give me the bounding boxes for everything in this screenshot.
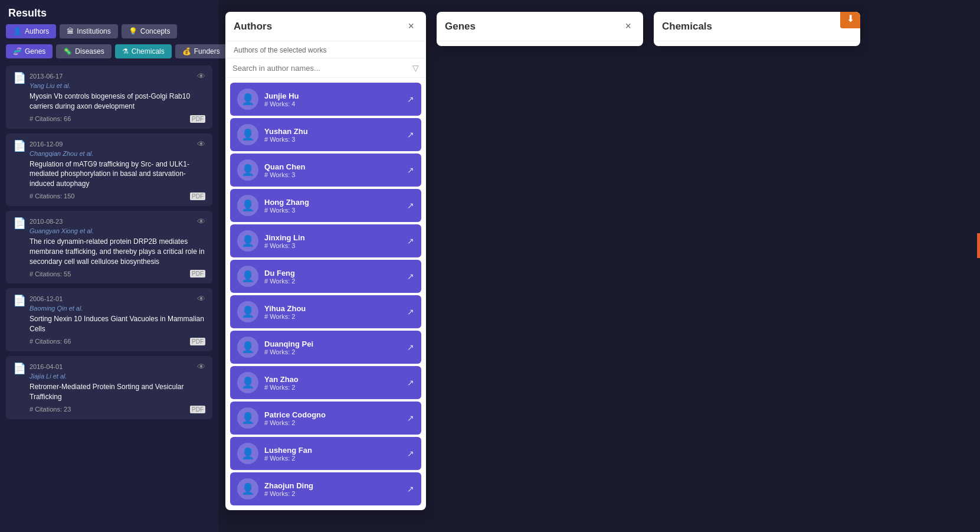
- authors-search-container: ▽: [225, 58, 426, 78]
- author-item[interactable]: 👤 Jinxing Lin # Works: 3 ↗: [230, 224, 421, 257]
- result-card[interactable]: 📄 2006-12-01 👁 Baoming Qin et al. Sortin…: [6, 288, 212, 351]
- author-works: # Works: 2: [264, 278, 295, 285]
- author-avatar: 👤: [237, 230, 258, 252]
- author-avatar: 👤: [237, 159, 258, 181]
- filter-genes[interactable]: 🧬 Genes: [6, 44, 53, 58]
- author-name: Quan Chen: [264, 162, 305, 171]
- external-link-icon[interactable]: ↗: [407, 307, 414, 316]
- doc-icon: 📄: [13, 139, 26, 152]
- external-link-icon[interactable]: ↗: [407, 449, 414, 458]
- authors-panel-close[interactable]: ×: [404, 19, 418, 34]
- author-item-left: 👤 Duanqing Pei # Works: 2: [237, 337, 313, 358]
- external-link-icon[interactable]: ↗: [407, 484, 414, 494]
- external-link-icon[interactable]: ↗: [407, 413, 414, 423]
- result-author: Changqian Zhou et al.: [30, 150, 205, 157]
- result-card[interactable]: 📄 2016-12-09 👁 Changqian Zhou et al. Reg…: [6, 133, 212, 206]
- author-name: Duanqing Pei: [264, 340, 313, 348]
- doc-icon: 📄: [13, 71, 26, 84]
- pdf-icon: PDF: [190, 406, 205, 413]
- author-name: Yihua Zhou: [264, 304, 306, 313]
- result-title: Sorting Nexin 10 Induces Giant Vacuoles …: [30, 314, 205, 334]
- external-link-icon[interactable]: ↗: [407, 165, 414, 175]
- pdf-icon: PDF: [190, 270, 205, 278]
- author-info: Jinxing Lin # Works: 3: [264, 233, 305, 249]
- author-item[interactable]: 👤 Junjie Hu # Works: 4 ↗: [230, 83, 421, 116]
- eye-icon: 👁: [197, 294, 205, 303]
- author-works: # Works: 3: [264, 171, 305, 178]
- result-citations-count: # Citations: 55: [30, 270, 71, 278]
- result-card[interactable]: 📄 2016-04-01 👁 Jiajia Li et al. Retromer…: [6, 356, 212, 419]
- genes-list: [437, 41, 643, 46]
- results-title: Results: [0, 0, 218, 24]
- external-link-icon[interactable]: ↗: [407, 272, 414, 281]
- author-info: Yan Zhao # Works: 2: [264, 375, 299, 391]
- authors-panel-title: Authors: [234, 21, 272, 32]
- result-citations-count: # Citations: 23: [30, 406, 71, 413]
- author-item[interactable]: 👤 Quan Chen # Works: 3 ↗: [230, 154, 421, 187]
- author-item[interactable]: 👤 Duanqing Pei # Works: 2 ↗: [230, 331, 421, 364]
- authors-search-input[interactable]: [232, 64, 409, 73]
- author-item-left: 👤 Hong Zhang # Works: 3: [237, 195, 309, 216]
- author-works: # Works: 2: [264, 419, 326, 426]
- external-link-icon[interactable]: ↗: [407, 130, 414, 139]
- result-title: Regulation of mATG9 trafficking by Src- …: [30, 159, 205, 189]
- author-avatar: 👤: [237, 266, 258, 287]
- filter-authors[interactable]: 👤 Authors: [6, 24, 56, 38]
- author-info: Yihua Zhou # Works: 2: [264, 304, 306, 320]
- result-citations-count: # Citations: 150: [30, 192, 74, 200]
- author-name: Patrice Codogno: [264, 410, 326, 419]
- result-author: Yang Liu et al.: [30, 82, 205, 89]
- author-works: # Works: 2: [264, 313, 306, 320]
- external-link-icon[interactable]: ↗: [407, 378, 414, 387]
- author-item[interactable]: 👤 Patrice Codogno # Works: 2 ↗: [230, 402, 421, 435]
- result-card[interactable]: 📄 2010-08-23 👁 Guangyan Xiong et al. The…: [6, 211, 212, 283]
- author-name: Du Feng: [264, 269, 295, 278]
- doc-icon: 📄: [13, 217, 26, 230]
- author-item[interactable]: 👤 Yihua Zhou # Works: 2 ↗: [230, 295, 421, 328]
- pdf-icon: PDF: [190, 338, 205, 345]
- result-title: Retromer-Mediated Protein Sorting and Ve…: [30, 382, 205, 402]
- genes-panel-header: Genes ×: [437, 12, 643, 41]
- author-item-left: 👤 Zhaojun Ding # Works: 2: [237, 478, 313, 500]
- eye-icon: 👁: [197, 139, 205, 149]
- author-avatar: 👤: [237, 301, 258, 322]
- external-link-icon[interactable]: ↗: [407, 201, 414, 210]
- feedback-tab[interactable]: Feedback: [978, 234, 980, 259]
- author-name: Yushan Zhu: [264, 127, 308, 136]
- external-link-icon[interactable]: ↗: [407, 94, 414, 104]
- chemicals-list: [654, 41, 860, 46]
- chemicals-panel-header: Chemicals ×: [654, 12, 860, 41]
- result-citations-count: # Citations: 66: [30, 115, 71, 122]
- external-link-icon[interactable]: ↗: [407, 342, 414, 352]
- result-card[interactable]: 📄 2013-06-17 👁 Yang Liu et al. Myosin Vb…: [6, 66, 212, 129]
- result-title: Myosin Vb controls biogenesis of post-Go…: [30, 92, 205, 112]
- doc-icon: 📄: [13, 294, 26, 307]
- filter-concepts[interactable]: 💡 Concepts: [122, 24, 178, 38]
- author-item-left: 👤 Patrice Codogno # Works: 2: [237, 407, 326, 429]
- author-avatar: 👤: [237, 443, 258, 464]
- eye-icon: 👁: [197, 362, 205, 371]
- download-button[interactable]: ⬇: [840, 12, 860, 28]
- author-avatar: 👤: [237, 478, 258, 500]
- result-author: Jiajia Li et al.: [30, 373, 205, 380]
- author-item[interactable]: 👤 Zhaojun Ding # Works: 2 ↗: [230, 472, 421, 505]
- filter-diseases[interactable]: 🦠 Diseases: [56, 44, 111, 58]
- filter-chemicals[interactable]: ⚗ Chemicals: [115, 44, 172, 58]
- author-item[interactable]: 👤 Yan Zhao # Works: 2 ↗: [230, 366, 421, 399]
- author-item-left: 👤 Junjie Hu # Works: 4: [237, 89, 299, 110]
- author-works: # Works: 4: [264, 100, 299, 107]
- author-info: Lusheng Fan # Works: 2: [264, 446, 312, 462]
- filter-institutions[interactable]: 🏛 Institutions: [60, 24, 117, 38]
- author-avatar: 👤: [237, 89, 258, 110]
- author-item[interactable]: 👤 Du Feng # Works: 2 ↗: [230, 260, 421, 293]
- author-item[interactable]: 👤 Yushan Zhu # Works: 3 ↗: [230, 118, 421, 151]
- result-citations-count: # Citations: 66: [30, 338, 71, 345]
- genes-panel-title: Genes: [445, 21, 476, 32]
- result-date: 2016-12-09: [30, 141, 63, 148]
- external-link-icon[interactable]: ↗: [407, 236, 414, 246]
- author-item[interactable]: 👤 Lusheng Fan # Works: 2 ↗: [230, 437, 421, 470]
- genes-panel-close[interactable]: ×: [621, 19, 635, 34]
- pdf-icon: PDF: [190, 192, 205, 200]
- author-info: Hong Zhang # Works: 3: [264, 198, 309, 214]
- author-item[interactable]: 👤 Hong Zhang # Works: 3 ↗: [230, 189, 421, 222]
